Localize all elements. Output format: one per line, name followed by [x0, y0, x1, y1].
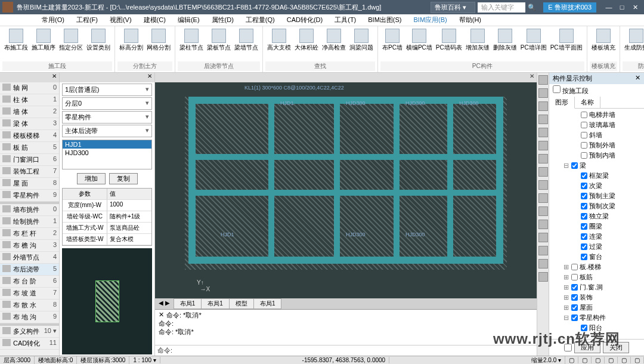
panel-close-icon[interactable]: ✕	[155, 73, 537, 82]
search-input[interactable]: 输入关键字	[478, 2, 525, 13]
bottom-checkbox[interactable]	[564, 342, 572, 353]
status-tool-icon[interactable]: ▢	[605, 357, 618, 363]
menu-item[interactable]: 工程量(Q)	[240, 14, 281, 26]
filter-combo[interactable]: 1层(普通层)▾	[62, 84, 152, 96]
category-item[interactable]: 零星构件9	[0, 190, 59, 202]
category-item[interactable]: 布 台 阶6	[0, 276, 59, 288]
component-list[interactable]: HJD1HJD300	[62, 140, 152, 169]
add-button[interactable]: 增加	[77, 173, 106, 184]
category-item[interactable]: 装饰工程7	[0, 166, 59, 178]
table-row[interactable]: 墙砼等级-WC随构件+1级	[63, 211, 151, 223]
tree-node[interactable]: 框架梁	[552, 171, 642, 181]
ribbon-button[interactable]: PC墙码表	[434, 27, 464, 61]
search-icon[interactable]: 🔍	[528, 4, 536, 11]
ribbon-button[interactable]: 洞梁问题	[348, 27, 375, 61]
tree-node[interactable]: 次梁	[552, 181, 642, 191]
status-tool-icon[interactable]: ▢	[592, 357, 605, 363]
rail-tool-icon[interactable]	[538, 75, 548, 85]
ribbon-button[interactable]: 标高分割	[117, 27, 145, 61]
layout-tab[interactable]: 模型	[229, 298, 254, 309]
tree-node[interactable]: 连梁	[552, 232, 642, 242]
ribbon-button[interactable]: 生成防护	[623, 27, 644, 61]
rail-tool-icon[interactable]	[538, 193, 548, 203]
rail-tool-icon[interactable]	[538, 101, 548, 111]
user-badge[interactable]: E 鲁班技术003	[543, 2, 596, 13]
tree-node[interactable]: 预制外墙	[552, 140, 642, 150]
rail-tool-icon[interactable]	[538, 206, 548, 216]
tree-node[interactable]: 窗台	[552, 252, 642, 262]
menu-item[interactable]: 编辑(E)	[172, 14, 206, 26]
tree-node[interactable]: 过梁	[552, 242, 642, 252]
category-item[interactable]: 门窗洞口6	[0, 154, 59, 166]
panel-tab[interactable]: 名称	[575, 97, 600, 108]
menu-item[interactable]: BIM出图(S)	[362, 14, 407, 26]
status-cell[interactable]: 缩量2.0.0 ▾	[528, 356, 565, 365]
ribbon-button[interactable]: 净高检查	[320, 27, 348, 61]
search-category-combo[interactable]: 鲁班百科 ▾	[431, 2, 475, 13]
category-item[interactable]: 布 檐 沟3	[0, 240, 59, 252]
menu-item[interactable]: 常用(O)	[36, 14, 70, 26]
menu-item[interactable]: CAD转化(D)	[281, 14, 329, 26]
ribbon-button[interactable]: PC墙详图	[519, 27, 549, 61]
tree-node[interactable]: 斜墙	[552, 130, 642, 140]
category-item[interactable]: 布后浇带5	[0, 264, 59, 276]
status-tool-icon[interactable]: ▢	[565, 357, 578, 363]
status-tool-icon[interactable]: ▢	[631, 357, 644, 363]
rail-tool-icon[interactable]	[538, 141, 548, 150]
rail-tool-icon[interactable]	[538, 128, 548, 137]
tree-node[interactable]: 预制次梁	[552, 201, 642, 211]
panel-tab[interactable]: 图形	[549, 97, 575, 109]
table-row[interactable]: 宽度(mm)-W1000	[63, 200, 151, 211]
tree-node[interactable]: 电梯井墙	[552, 110, 642, 120]
rail-tool-icon[interactable]	[538, 233, 548, 242]
tree-node[interactable]: 预制主梁	[552, 191, 642, 201]
panel-close-icon[interactable]: ✕	[635, 74, 640, 83]
minimize-icon[interactable]: —	[602, 4, 615, 11]
ribbon-button[interactable]: 布PC墙	[380, 27, 404, 61]
menu-item[interactable]: 建模(C)	[138, 14, 172, 26]
category-item[interactable]: 绘制挑件1	[0, 216, 59, 228]
tree-node[interactable]: ⊞门.窗.洞	[552, 282, 642, 292]
category-item[interactable]: 楼板楼梯4	[0, 130, 59, 142]
menu-item[interactable]: BIM应用(B)	[408, 14, 453, 26]
ribbon-button[interactable]: 网格分割	[145, 27, 172, 61]
list-item[interactable]: HJD300	[63, 149, 151, 157]
tree-node[interactable]: ⊞装饰	[552, 292, 642, 303]
rail-tool-icon[interactable]	[538, 246, 548, 255]
ribbon-button[interactable]: 大体积砼	[293, 27, 320, 61]
tree-node[interactable]: ⊟梁	[552, 161, 642, 171]
category-item[interactable]: CAD转化11	[0, 338, 59, 350]
ribbon-button[interactable]: 删除灰缝	[491, 27, 519, 61]
layout-tab[interactable]: 布局1	[174, 298, 202, 309]
apply-button[interactable]: 应用	[574, 342, 600, 353]
ribbon-button[interactable]: 设置类别	[85, 27, 112, 61]
category-item[interactable]: 墙 体2	[0, 106, 59, 118]
copy-button[interactable]: 复制	[109, 173, 138, 184]
rail-tool-icon[interactable]	[538, 272, 548, 282]
menu-item[interactable]: 视图(V)	[104, 14, 138, 26]
category-item[interactable]: 柱 体1	[0, 94, 59, 106]
ribbon-button[interactable]: 横编PC墙	[404, 27, 434, 61]
category-item[interactable]: 布 散 水8	[0, 300, 59, 311]
category-item[interactable]: 布 栏 杆2	[0, 228, 59, 240]
rail-tool-icon[interactable]	[538, 154, 548, 164]
category-item[interactable]: 轴 网0	[0, 82, 59, 94]
category-item[interactable]: 外墙节点4	[0, 252, 59, 264]
rail-tool-icon[interactable]	[538, 259, 548, 269]
list-item[interactable]: HJD1	[63, 140, 151, 149]
tree-node[interactable]: ⊞板筋	[552, 272, 642, 282]
ribbon-button[interactable]: 增加灰缝	[464, 27, 491, 61]
category-item[interactable]: 布 坡 道7	[0, 288, 59, 300]
ribbon-button[interactable]: 指定分区	[57, 27, 85, 61]
tree-node[interactable]: 预制内墙	[552, 150, 642, 161]
menu-item[interactable]: 工程(F)	[70, 14, 104, 26]
rail-tool-icon[interactable]	[538, 167, 548, 177]
filter-combo[interactable]: 主体后浇带▾	[62, 125, 152, 137]
drawing-canvas[interactable]: KL1(1) 300*600 C8@100/200,4C22,4C22 HJD1…	[155, 82, 537, 298]
close-icon[interactable]: ✕	[628, 4, 642, 11]
ribbon-button[interactable]: 施工顺序	[30, 27, 57, 61]
status-tool-icon[interactable]: ▢	[618, 357, 631, 363]
filter-combo[interactable]: 零星构件▾	[62, 111, 152, 124]
category-item[interactable]: 板 筋5	[0, 142, 59, 154]
table-row[interactable]: 墙施工方式-W泵送商品砼	[63, 223, 151, 234]
